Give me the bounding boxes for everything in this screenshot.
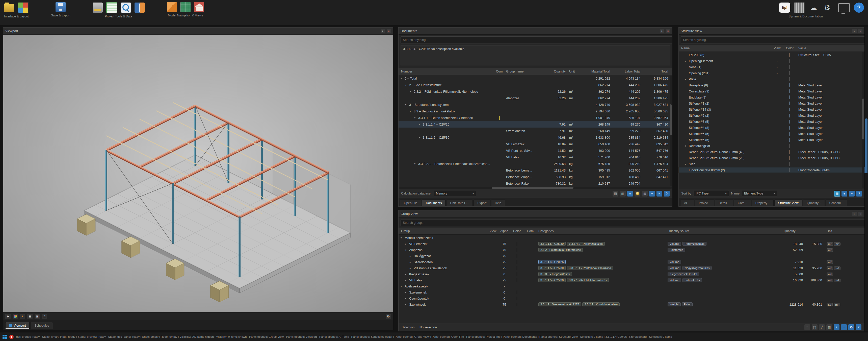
structure-row[interactable]: Stiffener#1 (2)Metal Stud Layer (679, 100, 865, 106)
documents-row[interactable]: ▾3 – Structure / Load system4 428 7493 5… (399, 101, 672, 108)
tab-export[interactable]: Export (473, 200, 490, 206)
help-icon[interactable]: ? (854, 2, 864, 12)
document-icon[interactable]: ▤ (812, 324, 817, 330)
documents-row[interactable]: VB Lemezek18.84m³659 400236 442895 842 (399, 141, 672, 147)
record-status-icon[interactable] (9, 335, 13, 339)
workspace-layout-icon[interactable] (18, 2, 29, 13)
list-icon[interactable]: ≡ (804, 324, 810, 330)
tab-viewport[interactable]: Viewport (5, 322, 30, 329)
documents-row[interactable]: VB Pont- és Sáv...11.52m³403 200144 5765… (399, 147, 672, 154)
col-view[interactable]: View (487, 229, 498, 233)
heatmap-icon[interactable]: ▲ (20, 314, 25, 319)
caret-icon[interactable]: ▾ (414, 116, 417, 119)
views-table-icon[interactable] (181, 2, 191, 12)
scrollbar-thumb[interactable] (670, 104, 672, 135)
model-cube-icon[interactable] (167, 2, 177, 12)
groupview-row[interactable]: ▸VB Lemezek753.3.1.1.5 - C25/303.3.3.4.2… (399, 241, 865, 247)
settings-gear-icon[interactable]: ⚙ (822, 2, 832, 12)
caret-icon[interactable]: ▾ (410, 90, 412, 93)
structure-row[interactable]: Rebar Bar:Structural Rebar 10mm (40)Stee… (679, 149, 865, 155)
documents-search-input[interactable] (401, 36, 672, 44)
tab-quantity-[interactable]: Quantity... (803, 200, 825, 206)
color-swatch[interactable] (789, 120, 790, 123)
documents-row[interactable]: ▾3.3.1.1.4 – C20/257.91m³268 14999 27036… (399, 121, 672, 127)
display-icon[interactable] (838, 3, 850, 12)
tab-unit-rate-c-[interactable]: Unit Rate C... (446, 200, 473, 206)
color-swatch[interactable] (789, 65, 790, 69)
color-swatch[interactable] (789, 132, 790, 136)
model-3d-view[interactable] (3, 35, 393, 312)
documents-row[interactable]: ▾2 – Site / Infrastructure862 274444 202… (399, 82, 672, 88)
structure-row[interactable]: Baseplate (8)Metal Stud Layer (679, 82, 865, 88)
documents-row[interactable]: ▾3.3 – Betonozási munkálatok2 794 0802 7… (399, 108, 672, 114)
col-quantity[interactable]: Quantity (545, 70, 568, 73)
col-labor-total[interactable]: Labor Total (612, 70, 642, 73)
panel-close-icon[interactable]: × (858, 212, 863, 216)
caret-icon[interactable]: ▾ (414, 163, 417, 165)
panel-close-icon[interactable]: × (387, 29, 391, 33)
groupview-row[interactable]: ▸Szerelőbeton753.3.1.1.4 - C20/25Volume7… (399, 259, 865, 265)
structure-row[interactable]: Stiffener#5 (5)Metal Stud Layer (679, 131, 865, 137)
groupview-row[interactable]: ▸Kiegészítések03.3.3.8 - KiegészítésekKi… (399, 271, 865, 277)
color-swatch[interactable] (789, 83, 790, 87)
color-swatch[interactable] (789, 53, 790, 57)
col-unit[interactable]: Unit (568, 70, 579, 73)
materials-palette-icon[interactable] (12, 314, 18, 319)
remove-group-icon[interactable]: − (841, 324, 847, 330)
col-color[interactable]: Color (783, 47, 797, 50)
col-quantity-source[interactable]: Quantity source (666, 229, 782, 233)
color-swatch[interactable] (789, 144, 790, 148)
structure-row[interactable]: Stiffener#4 (8)Metal Stud Layer (679, 124, 865, 131)
structure-row[interactable]: Stiffener#14 (3)Metal Stud Layer (679, 106, 865, 112)
groupview-row[interactable]: ▸Szelvények753.5.1.2 - Szerkezeti acél S… (399, 301, 865, 307)
groupview-row[interactable]: ▾Monolit szerkezetek- (399, 235, 865, 241)
structure-row[interactable]: None (1)- (679, 64, 865, 70)
caret-icon[interactable]: ▾ (401, 236, 403, 239)
tab-detail-[interactable]: Detail... (715, 200, 733, 206)
color-swatch[interactable] (789, 102, 790, 105)
caret-icon[interactable]: ▸ (405, 273, 408, 276)
tab-schedul-[interactable]: Schedul... (826, 200, 847, 206)
color-swatch[interactable] (517, 266, 517, 270)
caret-icon[interactable]: ▸ (405, 297, 408, 300)
caret-icon[interactable]: ▾ (685, 163, 687, 166)
color-swatch[interactable] (789, 138, 790, 142)
color-swatch[interactable] (517, 272, 517, 276)
color-swatch[interactable] (789, 59, 790, 63)
remove-row-icon[interactable]: − (656, 191, 662, 197)
caret-icon[interactable]: ▾ (405, 103, 408, 106)
comment-icon[interactable] (499, 116, 500, 120)
color-swatch[interactable] (517, 242, 517, 246)
tab-property-[interactable]: Property... (752, 200, 774, 206)
home-view-icon[interactable] (194, 2, 204, 12)
caret-icon[interactable]: ▸ (405, 291, 408, 294)
col-com[interactable]: Com (494, 70, 504, 73)
documents-horizontal-scrollbar[interactable] (399, 187, 672, 189)
documents-row[interactable]: ▾0 – Total5 291 0224 043 1349 334 156 (399, 75, 672, 82)
color-swatch[interactable] (517, 290, 517, 294)
layout-icon[interactable]: ▥ (826, 324, 832, 330)
groupview-row[interactable]: ▾Alapozás752.3.2 - Földmunkák kitermelés… (399, 247, 865, 253)
col-material-total[interactable]: Material Total (579, 70, 612, 73)
sort-by-select[interactable]: IFC Type ▾ (693, 190, 729, 197)
open-project-icon[interactable] (4, 4, 14, 12)
structure-row[interactable]: Rebar Bar:Structural Rebar 12mm (20)Stee… (679, 155, 865, 161)
structure-row[interactable]: ▾Plate (679, 76, 865, 82)
windows-logo-icon[interactable] (2, 335, 7, 339)
hint-icon[interactable]: tip! (779, 2, 790, 12)
col-name[interactable]: Name (679, 47, 772, 50)
panel-expand-icon[interactable]: ▸ (852, 212, 857, 216)
col-group[interactable]: Group (399, 229, 487, 233)
remove-item-icon[interactable]: − (849, 191, 855, 197)
pipeline-icon[interactable] (794, 2, 805, 13)
documents-row[interactable]: Betonacél Leme...1131.43kg305 485362 056… (399, 167, 672, 173)
panel-close-icon[interactable]: × (666, 29, 670, 33)
structure-search-input[interactable] (681, 36, 865, 44)
calculation-database-select[interactable]: Memory ▾ (434, 190, 476, 197)
structure-row[interactable]: Stiffener#2 (2)Metal Stud Layer (679, 112, 865, 118)
tab-projec-[interactable]: Projec... (695, 200, 714, 206)
groupview-row[interactable]: ▸HK Ágyazat75 (399, 253, 865, 259)
color-swatch[interactable] (789, 71, 790, 75)
group-settings-icon[interactable]: ⚙ (848, 324, 854, 330)
col-alpha[interactable]: Alpha (498, 229, 510, 233)
